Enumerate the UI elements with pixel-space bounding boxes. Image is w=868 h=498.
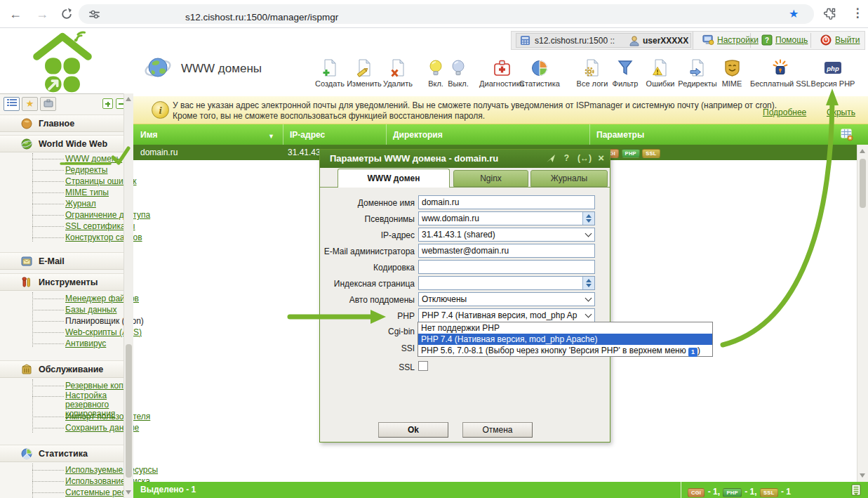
errors-icon xyxy=(652,59,669,77)
sidebar-item-journal[interactable]: Журнал xyxy=(32,198,96,209)
toolbar-mime-button[interactable]: MIME xyxy=(713,59,751,88)
domain-name-input[interactable] xyxy=(418,195,595,209)
php-select[interactable]: PHP 7.4 (Нативная версия, mod_php Ap xyxy=(418,308,595,322)
site-info-icon[interactable] xyxy=(88,8,100,23)
scroll-down-icon[interactable] xyxy=(860,473,865,478)
svg-text:?: ? xyxy=(765,37,769,44)
col-ip[interactable]: IP-адрес xyxy=(290,130,325,140)
divider xyxy=(810,33,811,48)
favorites-button[interactable]: ★ xyxy=(22,97,38,111)
aliases-stepper[interactable] xyxy=(582,212,594,225)
modal-resize-icon[interactable]: (↔) xyxy=(577,153,592,163)
modal-title-bar[interactable]: Параметры WWW домена - domain.ru ? (↔) × xyxy=(320,150,610,168)
address-bar[interactable]: s12.cishost.ru:1500/manager/ispmgr xyxy=(79,4,814,24)
status-badges: CGI - 1, PHP - 1, SSL - 1 xyxy=(688,485,791,497)
sidebar-section-www[interactable]: World Wide Web xyxy=(0,135,123,152)
export-icon[interactable] xyxy=(850,484,862,498)
free-ssl-icon xyxy=(772,59,789,77)
modal-help-icon[interactable]: ? xyxy=(564,153,569,163)
index-page-label: Индексная страница xyxy=(322,279,415,289)
logout-icon[interactable] xyxy=(820,34,832,48)
toolbar-statistics-button[interactable]: Статистика xyxy=(513,59,566,88)
ssl-checkbox[interactable] xyxy=(418,361,428,371)
extensions-icon[interactable] xyxy=(822,6,837,24)
sidebar-scrollbar[interactable] xyxy=(123,93,133,498)
sidebar-section-email[interactable]: E-Mail xyxy=(0,252,123,270)
sidebar: ★ Главное World Wide Web WWW домены Реди… xyxy=(0,93,133,498)
page-title: WWW домены xyxy=(181,62,262,76)
table-settings-icon[interactable] xyxy=(841,129,853,144)
scroll-up-icon[interactable] xyxy=(126,97,131,101)
back-icon[interactable]: ← xyxy=(6,0,25,28)
index-page-input[interactable] xyxy=(418,276,595,290)
view-list-button[interactable] xyxy=(4,97,20,111)
admin-email-input[interactable] xyxy=(418,244,595,258)
sidebar-item-used-resources[interactable]: Используемые ресурсы xyxy=(32,464,158,476)
tasks-button[interactable] xyxy=(40,97,56,111)
tab-nginx[interactable]: Nginx xyxy=(453,170,528,187)
scrollbar-thumb[interactable] xyxy=(126,344,132,478)
sidebar-section-maintenance[interactable]: Обслуживание xyxy=(0,360,123,378)
toolbar-php-version-button[interactable]: php Версия PHP xyxy=(809,59,857,88)
toolbar-filter-button[interactable]: Фильтр xyxy=(606,59,644,88)
sidebar-item-ssl-certs[interactable]: SSL сертификаты xyxy=(32,221,135,232)
sidebar-item-databases[interactable]: Базы данных xyxy=(32,304,116,315)
settings-link[interactable]: Настройки xyxy=(717,35,759,45)
logout-link[interactable]: Выйти xyxy=(835,35,860,45)
settings-icon[interactable] xyxy=(702,34,714,48)
charset-input[interactable] xyxy=(418,260,595,274)
bookmark-star-icon[interactable]: ★ xyxy=(789,7,799,20)
more-link[interactable]: Подробнее xyxy=(763,107,806,117)
main-scrollbar[interactable] xyxy=(857,145,868,482)
banner-text-line1: У вас не указан адрес электронной почты … xyxy=(173,100,777,110)
scroll-up-icon[interactable] xyxy=(860,149,865,153)
scrollbar-thumb[interactable] xyxy=(860,159,866,208)
col-params[interactable]: Параметры xyxy=(596,130,644,140)
admin-email-label: E-Mail администратора xyxy=(322,247,415,256)
modal-close-icon[interactable]: × xyxy=(598,152,604,164)
index-page-stepper[interactable] xyxy=(582,277,594,289)
sidebar-item-error-pages[interactable]: Страницы ошибок xyxy=(32,176,136,187)
toolbar-delete-button[interactable]: Удалить xyxy=(375,59,421,88)
ip-select[interactable]: 31.41.43.1 (shared) xyxy=(418,228,595,242)
sidebar-item-redirects[interactable]: Редиректы xyxy=(32,164,107,176)
col-name[interactable]: Имя xyxy=(140,130,158,140)
aliases-input[interactable] xyxy=(418,211,595,225)
php-option-native[interactable]: PHP 7.4 (Нативная версия, mod_php Apache… xyxy=(418,334,712,345)
hide-link[interactable]: Скрыть xyxy=(827,107,855,117)
row-domain-name: domain.ru xyxy=(140,148,178,157)
tab-www-domain[interactable]: WWW домен xyxy=(338,169,450,188)
ok-button[interactable]: Ok xyxy=(378,422,448,438)
sidebar-item-www-domains[interactable]: WWW домены xyxy=(32,153,122,164)
row-badges: CGI PHP SSL xyxy=(602,148,660,158)
forward-icon[interactable]: → xyxy=(32,0,52,28)
auto-subdomains-select[interactable]: Отключены xyxy=(418,292,595,306)
sidebar-section-main[interactable]: Главное xyxy=(0,114,123,132)
ip-label: IP-адрес xyxy=(322,230,415,240)
help-link[interactable]: Помощь xyxy=(775,35,808,45)
chevron-down-icon xyxy=(585,230,592,237)
url-text[interactable]: s12.cishost.ru:1500/manager/ispmgr xyxy=(185,12,338,22)
sidebar-item-mime-types[interactable]: MIME типы xyxy=(32,187,109,198)
sidebar-item-backups[interactable]: Резервные копии xyxy=(32,380,133,391)
toolbar-free-ssl-button[interactable]: Бесплатный SSL xyxy=(749,59,811,88)
sidebar-section-stats[interactable]: Статистика xyxy=(0,445,123,462)
sidebar-section-tools[interactable]: Инструменты xyxy=(0,273,123,291)
col-directory[interactable]: Директория xyxy=(393,130,443,140)
tab-journals[interactable]: Журналы xyxy=(530,170,608,187)
cancel-button[interactable]: Отмена xyxy=(462,422,533,438)
help-icon[interactable]: ? xyxy=(761,34,773,48)
sort-desc-icon[interactable]: ▼ xyxy=(268,133,274,140)
reload-icon[interactable] xyxy=(60,8,73,23)
toolbar-disable-button[interactable]: Выкл. xyxy=(443,59,473,88)
pin-icon[interactable] xyxy=(546,154,556,165)
diagnostics-icon xyxy=(493,59,511,77)
php-option-selector[interactable]: PHP 5.6, 7.0-8.1 (Выбор через кнопку 'Ве… xyxy=(418,345,712,356)
www-domain-params-modal: Параметры WWW домена - domain.ru ? (↔) ×… xyxy=(319,149,610,443)
sidebar-item-antivirus[interactable]: Антивирус xyxy=(32,338,106,349)
php-option-none[interactable]: Нет поддержки PHP xyxy=(418,322,712,334)
browser-menu-icon[interactable]: ⋮ xyxy=(850,6,864,20)
cishost-logo[interactable] xyxy=(24,31,101,96)
scroll-down-icon[interactable] xyxy=(126,490,131,494)
expand-all-button[interactable] xyxy=(102,98,113,109)
